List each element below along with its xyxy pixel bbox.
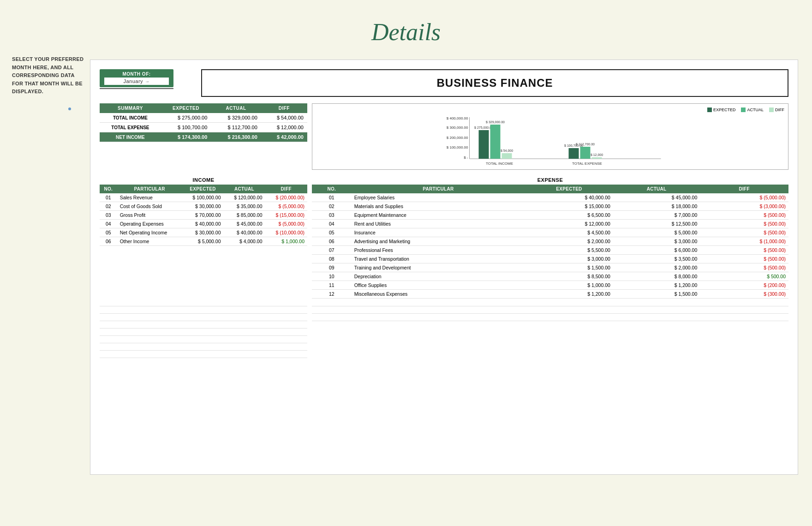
expense-no: 03 — [312, 211, 352, 220]
svg-text:$ 112,700.00: $ 112,700.00 — [576, 143, 595, 146]
expense-no: 06 — [312, 237, 352, 246]
summary-row-expected: $ 100,700.00 — [161, 123, 211, 132]
summary-row-diff: $ 12,000.00 — [261, 123, 307, 132]
summary-row-actual: $ 216,300.00 — [211, 132, 261, 142]
svg-text:$ 12,000: $ 12,000 — [591, 153, 603, 156]
legend-actual: ACTUAL — [741, 108, 764, 112]
expense-expected: $ 4,500.00 — [525, 228, 613, 237]
expense-actual: $ 1,500.00 — [613, 290, 700, 299]
month-value-box[interactable]: January → — [104, 78, 169, 85]
expense-section-label: EXPENSE — [312, 175, 788, 185]
expense-no: 12 — [312, 290, 352, 299]
summary-chart-row: SUMMARY EXPECTED ACTUAL DIFF TOTAL INCOM… — [100, 103, 788, 170]
income-actual: $ 35,000.00 — [224, 202, 265, 211]
expense-no: 10 — [312, 272, 352, 281]
finance-header: BUSINESS FINANCE — [201, 69, 788, 97]
income-particular: Net Operating Income — [117, 228, 182, 237]
expense-particular: Advertising and Marketing — [352, 237, 525, 246]
expense-particular: Equipment Maintenance — [352, 211, 525, 220]
summary-row-diff: $ 42,000.00 — [261, 132, 307, 142]
legend-diff: DIFF — [769, 108, 784, 112]
expense-table-section: EXPENSE NO. PARTICULAR EXPECTED ACTUAL D… — [312, 175, 788, 299]
svg-rect-16 — [580, 147, 591, 159]
svg-text:$ 329,000.00: $ 329,000.00 — [486, 120, 505, 124]
income-expected: $ 5,000.00 — [182, 237, 224, 246]
income-empty-row — [100, 335, 307, 343]
expense-col-expected: EXPECTED — [525, 185, 613, 193]
expense-particular: Materials and Supplies — [352, 202, 525, 211]
income-no: 02 — [100, 202, 117, 211]
legend-expected: EXPECTED — [707, 108, 736, 112]
expense-empty-row — [312, 313, 788, 321]
income-expense-row: INCOME NO. PARTICULAR EXPECTED ACTUAL DI… — [100, 175, 788, 299]
top-row: MONTH OF: January → BUSINESS FINANCE — [100, 69, 788, 97]
expense-expected: $ 12,000.00 — [525, 220, 613, 228]
income-table-section: INCOME NO. PARTICULAR EXPECTED ACTUAL DI… — [100, 175, 307, 299]
income-diff: $ (5,000.00) — [265, 220, 307, 228]
income-diff: $ (15,000.00) — [265, 211, 307, 220]
expense-actual: $ 3,500.00 — [613, 255, 700, 263]
svg-rect-11 — [502, 153, 512, 159]
expense-actual: $ 45,000.00 — [613, 193, 700, 202]
expense-expected: $ 2,000.00 — [525, 237, 613, 246]
expense-diff: $ (500.00) — [700, 255, 788, 263]
expense-col-actual: ACTUAL — [613, 185, 700, 193]
expense-diff: $ (500.00) — [700, 263, 788, 272]
expense-diff: $ 500.00 — [700, 272, 788, 281]
expense-no: 01 — [312, 193, 352, 202]
income-empty-row — [100, 350, 307, 358]
expense-particular: Office Supplies — [352, 281, 525, 290]
expense-actual: $ 5,000.00 — [613, 228, 700, 237]
expense-expected: $ 1,000.00 — [525, 281, 613, 290]
legend-expected-color — [707, 108, 712, 112]
svg-rect-7 — [479, 130, 489, 159]
summary-row-actual: $ 112,700.00 — [211, 123, 261, 132]
summary-row-expected: $ 174,300.00 — [161, 132, 211, 142]
summary-table: SUMMARY EXPECTED ACTUAL DIFF TOTAL INCOM… — [100, 103, 307, 142]
expense-expected: $ 6,500.00 — [525, 211, 613, 220]
connector-dot-left — [68, 108, 71, 110]
income-empty-row — [100, 299, 307, 306]
income-col-particular: PARTICULAR — [117, 185, 182, 193]
expense-particular: Employee Salaries — [352, 193, 525, 202]
income-table: INCOME NO. PARTICULAR EXPECTED ACTUAL DI… — [100, 175, 307, 246]
expense-particular: Rent and Utilities — [352, 220, 525, 228]
svg-text:$ 400,000.00: $ 400,000.00 — [447, 116, 468, 120]
summary-row-label: TOTAL INCOME — [100, 113, 161, 123]
summary-col-diff: DIFF — [261, 103, 307, 113]
summary-row-label: NET INCOME — [100, 132, 161, 142]
expense-diff: $ (500.00) — [700, 211, 788, 220]
expense-diff: $ (1,000.00) — [700, 237, 788, 246]
expense-actual: $ 2,000.00 — [613, 263, 700, 272]
main-content: MONTH OF: January → BUSINESS FINANCE SUM… — [90, 60, 798, 475]
summary-col-summary: SUMMARY — [100, 103, 161, 113]
arrow-right-icon: → — [145, 79, 150, 84]
svg-text:$ -: $ - — [464, 155, 468, 160]
income-expected: $ 30,000.00 — [182, 202, 224, 211]
expense-actual: $ 7,000.00 — [613, 211, 700, 220]
expense-empty-rows — [312, 299, 788, 358]
summary-row-label: TOTAL EXPENSE — [100, 123, 161, 132]
income-actual: $ 45,000.00 — [224, 220, 265, 228]
svg-text:TOTAL EXPENSE: TOTAL EXPENSE — [572, 161, 602, 166]
income-empty-rows — [100, 299, 307, 358]
expense-diff: $ (5,000.00) — [700, 193, 788, 202]
month-selector-area: MONTH OF: January → — [100, 69, 192, 89]
expense-particular: Training and Development — [352, 263, 525, 272]
expense-diff: $ (500.00) — [700, 246, 788, 255]
income-actual: $ 4,000.00 — [224, 237, 265, 246]
expense-actual: $ 18,000.00 — [613, 202, 700, 211]
expense-diff: $ (200.00) — [700, 281, 788, 290]
income-particular: Sales Revenue — [117, 193, 182, 202]
expense-particular: Depreciation — [352, 272, 525, 281]
expense-actual: $ 1,200.00 — [613, 281, 700, 290]
expense-expected: $ 40,000.00 — [525, 193, 613, 202]
expense-no: 11 — [312, 281, 352, 290]
expense-particular: Travel and Transportation — [352, 255, 525, 263]
legend-actual-color — [741, 108, 746, 112]
summary-row-diff: $ 54,000.00 — [261, 113, 307, 123]
income-actual: $ 40,000.00 — [224, 228, 265, 237]
chart-container: EXPECTED ACTUAL DIFF $ 400,000.00 $ 300,… — [312, 103, 788, 170]
svg-rect-14 — [569, 148, 579, 159]
svg-rect-18 — [592, 157, 602, 159]
